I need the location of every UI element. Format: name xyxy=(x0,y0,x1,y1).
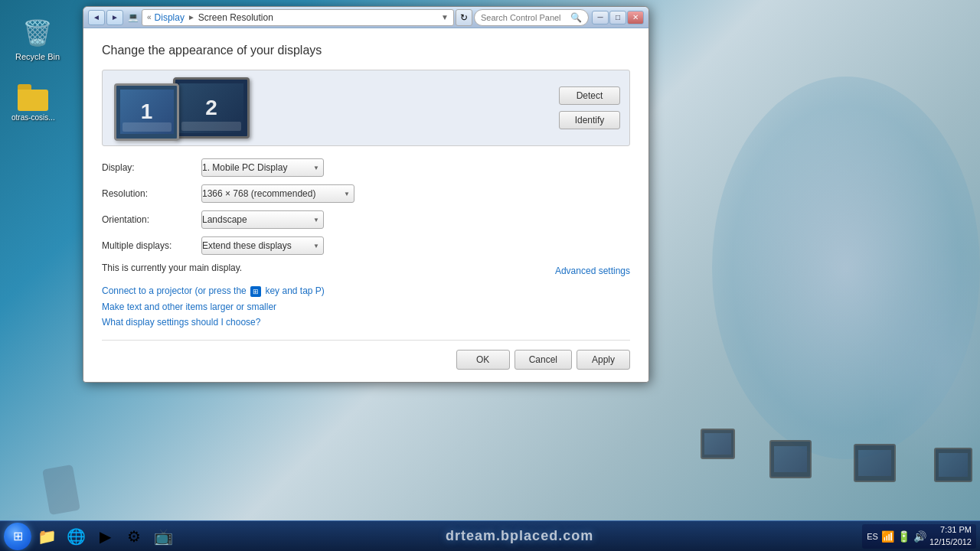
display-row: Display: 1. Mobile PC Display xyxy=(102,158,630,177)
title-bar-controls: ◄ ► xyxy=(88,10,123,25)
recycle-bin-icon[interactable]: 🗑️ Recycle Bin xyxy=(15,15,60,61)
apply-button[interactable]: Apply xyxy=(577,350,630,370)
tray-icon-volume: 🔊 xyxy=(913,530,926,543)
start-orb-icon: ⊞ xyxy=(13,529,23,543)
minimize-button[interactable]: ─ xyxy=(592,11,609,24)
desktop-folder[interactable]: otras-cosis... xyxy=(11,84,55,122)
connect-projector-suffix: (or press the ⊞ key and tap P) xyxy=(192,285,325,296)
search-button[interactable]: 🔍 xyxy=(570,12,582,23)
orientation-select[interactable]: Landscape xyxy=(201,210,324,229)
desktop-decoration-2 xyxy=(865,245,980,474)
tray-icon-battery: 🔋 xyxy=(897,530,910,543)
taskbar: ⊞ 📁 🌐 ▶ ⚙ 📺 drteam.bplaced.com ES 📶 🔋 🔊 … xyxy=(0,520,980,551)
taskbar-icon-tool2[interactable]: 📺 xyxy=(149,524,177,549)
taskbar-icon-media[interactable]: ▶ xyxy=(91,524,119,549)
info-row: This is currently your main display. Adv… xyxy=(102,262,630,279)
computer-icon: 💻 xyxy=(126,11,140,24)
tray-clock: 7:31 PM 12/15/2012 xyxy=(929,524,972,548)
back-button[interactable]: ◄ xyxy=(88,10,105,25)
dialog-buttons: OK Cancel Apply xyxy=(102,340,630,370)
monitor-1-icons xyxy=(122,122,172,132)
connect-projector-link[interactable]: Connect to a projector (or press the ⊞ k… xyxy=(102,285,630,297)
monitor-2-number: 2 xyxy=(205,96,217,120)
desktop-shape-3 xyxy=(42,465,80,515)
breadcrumb-dropdown-button[interactable]: ▼ xyxy=(441,13,449,21)
recycle-bin-label: Recycle Bin xyxy=(15,52,60,61)
display-select-wrapper: 1. Mobile PC Display xyxy=(201,158,324,177)
floating-monitor-3 xyxy=(854,444,896,482)
monitor-1-preview[interactable]: 1 xyxy=(114,83,179,141)
maximize-button[interactable]: □ xyxy=(609,11,626,24)
display-action-buttons: Detect Identify xyxy=(559,86,620,129)
floating-monitor-2 xyxy=(769,440,812,478)
floating-monitor-4 xyxy=(934,448,972,482)
system-tray: ES 📶 🔋 🔊 7:31 PM 12/15/2012 xyxy=(862,524,976,549)
cancel-button[interactable]: Cancel xyxy=(514,350,572,370)
orientation-label: Orientation: xyxy=(102,214,201,225)
title-bar-window-controls: ─ □ ✕ xyxy=(592,11,644,24)
monitor-2-preview[interactable]: 2 xyxy=(173,77,250,139)
identify-button[interactable]: Identify xyxy=(559,111,620,129)
monitor-1-number: 1 xyxy=(141,99,153,124)
search-bar: 🔍 xyxy=(474,9,589,26)
monitor-2-screen: 2 xyxy=(179,83,243,133)
tray-language: ES xyxy=(867,532,878,541)
taskbar-icon-explorer[interactable]: 📁 xyxy=(33,524,60,549)
control-panel-window: ◄ ► 💻 « Display ► Screen Resolution ▼ ↻ … xyxy=(83,6,649,383)
tray-time: 7:31 PM xyxy=(929,524,972,536)
tray-date: 12/15/2012 xyxy=(929,536,972,548)
tray-icon-network: 📶 xyxy=(881,530,894,543)
close-button[interactable]: ✕ xyxy=(627,11,644,24)
multiple-displays-label: Multiple displays: xyxy=(102,240,201,251)
window-body: Change the appearance of your displays 1… xyxy=(83,28,648,382)
breadcrumb-display[interactable]: Display xyxy=(155,12,185,23)
ok-button[interactable]: OK xyxy=(456,350,510,370)
taskbar-icon-chrome[interactable]: 🌐 xyxy=(62,524,90,549)
multiple-displays-select-wrapper: Extend these displays xyxy=(201,236,324,255)
connect-projector-text: Connect to a projector xyxy=(102,285,192,296)
desktop: 🗑️ Recycle Bin otras-cosis... ◄ ► 💻 « Di… xyxy=(0,0,980,551)
page-title: Change the appearance of your displays xyxy=(102,44,630,57)
monitor-2-icons xyxy=(181,122,241,131)
folder-label: otras-cosis... xyxy=(11,113,55,122)
monitor-1-screen: 1 xyxy=(120,90,174,134)
start-button[interactable]: ⊞ xyxy=(4,523,31,550)
folder-graphic xyxy=(18,84,48,111)
orientation-select-wrapper: Landscape xyxy=(201,210,324,229)
make-text-larger-link[interactable]: Make text and other items larger or smal… xyxy=(102,302,630,312)
breadcrumb-arrow-1: ► xyxy=(188,13,195,21)
breadcrumb-separator-1: « xyxy=(147,13,152,21)
display-select[interactable]: 1. Mobile PC Display xyxy=(201,158,324,177)
multiple-displays-select[interactable]: Extend these displays xyxy=(201,236,324,255)
recycle-bin-graphic: 🗑️ xyxy=(22,15,53,50)
windows-key-icon: ⊞ xyxy=(250,286,261,297)
breadcrumb-current: Screen Resolution xyxy=(198,12,273,23)
floating-monitor-1 xyxy=(701,429,735,459)
refresh-button[interactable]: ↻ xyxy=(456,9,472,26)
multiple-displays-row: Multiple displays: Extend these displays xyxy=(102,236,630,255)
display-settings-help-link[interactable]: What display settings should I choose? xyxy=(102,317,630,328)
resolution-row: Resolution: 1366 × 768 (recommended) xyxy=(102,184,630,203)
resolution-label: Resolution: xyxy=(102,188,201,199)
detect-button[interactable]: Detect xyxy=(559,86,620,105)
resolution-select[interactable]: 1366 × 768 (recommended) xyxy=(201,184,354,203)
orientation-row: Orientation: Landscape xyxy=(102,210,630,229)
taskbar-icon-tool1[interactable]: ⚙ xyxy=(120,524,148,549)
resolution-select-wrapper: 1366 × 768 (recommended) xyxy=(201,184,354,203)
forward-button[interactable]: ► xyxy=(106,10,123,25)
display-label: Display: xyxy=(102,162,201,173)
display-preview-area: 1 2 Detect Identify xyxy=(102,70,630,146)
main-display-text: This is currently your main display. xyxy=(102,262,242,273)
breadcrumb: « Display ► Screen Resolution ▼ xyxy=(142,9,454,26)
advanced-settings-link[interactable]: Advanced settings xyxy=(555,266,630,276)
watermark-text: drteam.bplaced.com xyxy=(446,528,593,544)
title-bar: ◄ ► 💻 « Display ► Screen Resolution ▼ ↻ … xyxy=(83,7,648,28)
title-bar-nav: 💻 « Display ► Screen Resolution ▼ ↻ 🔍 xyxy=(126,9,589,26)
search-input[interactable] xyxy=(481,13,567,22)
